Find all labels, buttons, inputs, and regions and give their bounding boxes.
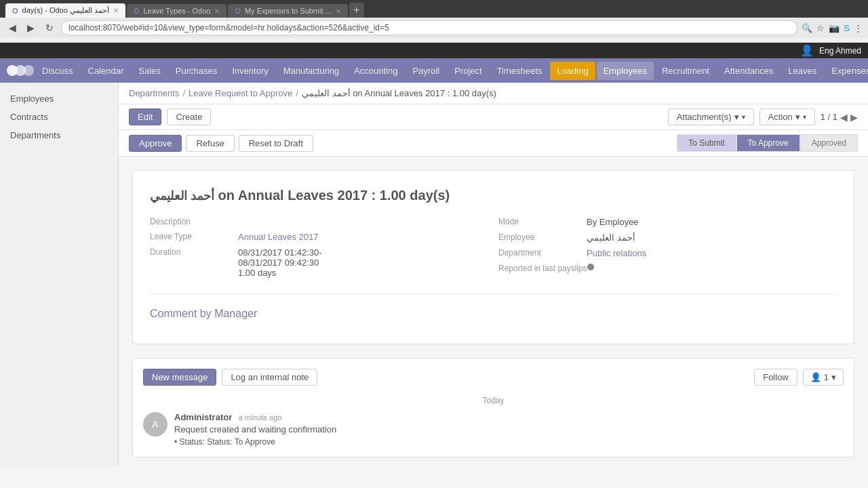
breadcrumb-departments[interactable]: Departments [129, 88, 179, 98]
next-page-button[interactable]: ▶ [850, 112, 858, 123]
bookmark-newtab[interactable] [34, 39, 38, 41]
nav-payroll[interactable]: Payroll [406, 62, 446, 80]
reported-indicator [587, 264, 594, 270]
bookmark-other[interactable] [110, 39, 114, 41]
odoo-logo[interactable] [7, 60, 34, 81]
new-tab-button[interactable]: + [349, 3, 364, 18]
sidebar-item-employees[interactable]: Employees [0, 89, 118, 108]
bookmark-odoo8[interactable] [15, 39, 19, 41]
close-icon[interactable]: ✕ [336, 7, 341, 15]
form-row-description: Description [150, 217, 488, 226]
pagination-text: 1 / 1 [821, 112, 837, 122]
form-divider [150, 293, 837, 294]
odoo-navbar: Discuss Calendar Sales Purchases Invento… [0, 58, 868, 83]
nav-timesheets[interactable]: Timesheets [490, 62, 549, 80]
leave-type-label: Leave Type [150, 232, 238, 242]
mode-value: By Employee [587, 217, 639, 227]
employee-label: Employee [498, 232, 587, 243]
star-icon[interactable]: ☆ [816, 23, 825, 33]
form-row-department: Department Public relations [498, 248, 837, 258]
form-section-left: Description Leave Type Annual Leaves 201… [150, 217, 488, 283]
action-label: Action [768, 112, 793, 122]
content-area: Departments / Leave Request to Approve /… [119, 83, 868, 466]
form-title: أحمد العليمي on Annual Leaves 2017 : 1.0… [150, 188, 837, 203]
bookmark-riaya[interactable] [72, 39, 76, 41]
workflow-bar: Approve Refuse Reset to Draft To Submit … [119, 130, 868, 157]
tab-leave-types[interactable]: O Leave Types - Odoo ✕ [127, 4, 226, 18]
close-icon[interactable]: ✕ [214, 7, 220, 15]
tab-active[interactable]: O day(s) - Odoo أحمد العليمي ✕ [5, 3, 125, 18]
bookmark-khareez[interactable] [91, 39, 95, 41]
pagination: 1 / 1 ◀ ▶ [821, 112, 858, 123]
nav-attendances[interactable]: Attendances [717, 62, 780, 80]
camera-icon[interactable]: 📷 [829, 23, 840, 33]
user-avatar[interactable]: 👤 [800, 44, 814, 57]
refuse-button[interactable]: Refuse [186, 135, 234, 152]
comment-section: Comment by Manager [150, 308, 837, 320]
approve-button[interactable]: Approve [129, 135, 182, 152]
breadcrumb-leave-request[interactable]: Leave Request to Approve [189, 88, 292, 98]
tab-label: My Expenses to Submit ... [245, 7, 332, 15]
dropdown-icon: ▾ [795, 112, 800, 122]
message-author: Administrator [174, 412, 232, 422]
form-grid: Description Leave Type Annual Leaves 201… [150, 217, 837, 283]
nav-purchases[interactable]: Purchases [169, 62, 224, 80]
bookmark-google2[interactable] [62, 39, 66, 41]
bookmark-google[interactable] [53, 39, 57, 41]
create-button[interactable]: Create [167, 108, 211, 125]
skype-icon[interactable]: S [844, 23, 850, 33]
today-label: Today [482, 396, 504, 405]
reset-draft-button[interactable]: Reset to Draft [239, 135, 313, 152]
department-label: Department [498, 248, 587, 258]
leave-type-value[interactable]: Annual Leaves 2017 [238, 232, 319, 242]
back-button[interactable]: ◀ [5, 21, 20, 35]
close-icon[interactable]: ✕ [113, 7, 119, 14]
followers-button[interactable]: 👤 1 ▾ [803, 369, 844, 386]
nav-inventory[interactable]: Inventory [225, 62, 275, 80]
followers-icon: 👤 [810, 372, 821, 382]
bookmark-agnia[interactable] [81, 39, 85, 41]
tab-expenses[interactable]: O My Expenses to Submit ... ✕ [228, 4, 347, 18]
attachments-button[interactable]: Attachment(s) ▾ [668, 108, 754, 125]
form-row-mode: Mode By Employee [498, 217, 837, 227]
nav-leaves[interactable]: Leaves [781, 62, 823, 80]
follow-button[interactable]: Follow [754, 369, 797, 386]
bookmark-howto[interactable] [100, 39, 104, 41]
nav-manufacturing[interactable]: Manufacturing [277, 62, 346, 80]
prev-page-button[interactable]: ◀ [840, 112, 848, 123]
sidebar-item-contracts[interactable]: Contracts [0, 108, 118, 126]
breadcrumb: Departments / Leave Request to Approve /… [119, 83, 868, 104]
forward-button[interactable]: ▶ [24, 21, 38, 35]
form-row-leave-type: Leave Type Annual Leaves 2017 [150, 232, 488, 242]
bookmark-songs[interactable] [43, 39, 47, 41]
duration-start: 08/31/2017 01:42:30- [238, 247, 322, 258]
new-message-button[interactable]: New message [143, 369, 216, 386]
nav-employees[interactable]: Employees [597, 62, 654, 80]
user-bar: 👤 Eng Ahmed [0, 43, 868, 58]
menu-icon[interactable]: ⋮ [854, 23, 863, 33]
nav-sales[interactable]: Sales [132, 62, 167, 80]
nav-discuss[interactable]: Discuss [35, 62, 80, 80]
bookmark-odoo10[interactable] [24, 39, 28, 41]
form-row-duration: Duration 08/31/2017 01:42:30- 08/31/2017… [150, 247, 488, 278]
bookmark-apps[interactable] [5, 39, 9, 41]
nav-accounting[interactable]: Accounting [347, 62, 404, 80]
nav-recruitment[interactable]: Recruitment [655, 62, 716, 80]
nav-expenses[interactable]: Expenses [825, 62, 868, 80]
toolbar-right: Attachment(s) ▾ Action ▾ 1 / 1 ◀ ▶ [668, 108, 858, 125]
search-icon[interactable]: 🔍 [802, 23, 812, 33]
sidebar-item-departments[interactable]: Departments [0, 126, 118, 144]
department-value[interactable]: Public relations [587, 248, 646, 258]
sidebar: Employees Contracts Departments [0, 83, 119, 466]
nav-project[interactable]: Project [448, 62, 488, 80]
description-label: Description [150, 217, 238, 226]
internal-note-button[interactable]: Log an internal note [222, 369, 317, 386]
message-body: Administrator a minute ago Request creat… [174, 412, 844, 447]
dropdown-icon: ▾ [734, 112, 739, 122]
nav-calendar[interactable]: Calendar [81, 62, 131, 80]
message-item: A Administrator a minute ago Request cre… [143, 412, 844, 447]
refresh-button[interactable]: ↻ [42, 21, 57, 35]
action-button[interactable]: Action ▾ [760, 108, 815, 125]
edit-button[interactable]: Edit [129, 108, 161, 125]
address-bar[interactable]: localhost:8070/web#id=10&view_type=form&… [61, 20, 797, 35]
